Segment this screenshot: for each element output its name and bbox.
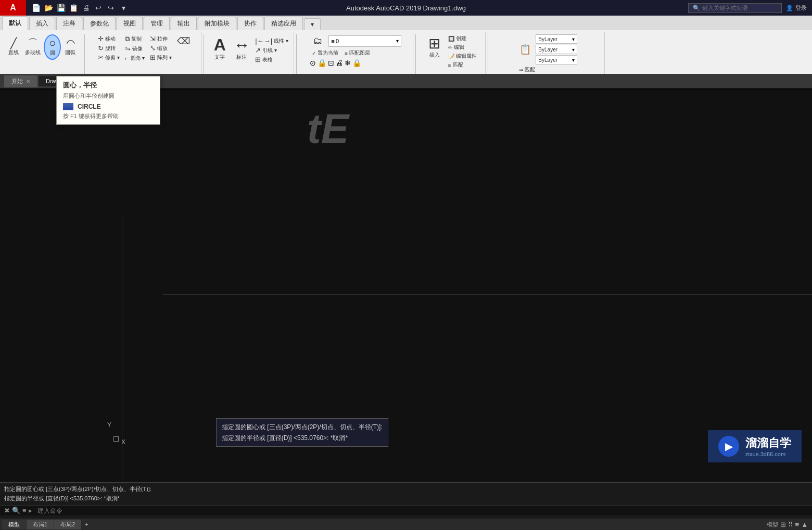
cmdline-output: 指定圆的圆心或 [三点(3P)/两点(2P)/切点、切点、半径(T)]: 指定圆… [0, 483, 812, 505]
array-button[interactable]: ⊞阵列 ▾ [148, 53, 174, 62]
cmdline-input-area[interactable]: ✖ 🔍 ≡ ▸ [0, 505, 812, 515]
circle-button[interactable]: ○ 圆 [44, 34, 61, 60]
matchprops-button[interactable]: ⇒匹配 [517, 66, 537, 74]
insert-block-button[interactable]: ⊞ 插入 [424, 34, 445, 61]
setcurrent-button[interactable]: ✓置为当前 [310, 49, 340, 57]
save-icon[interactable]: 💾 [55, 2, 67, 14]
tab-default[interactable]: 默认 [2, 16, 28, 30]
erase-button[interactable]: ⌫ [175, 34, 192, 48]
user-area: 👤 登录 [786, 4, 807, 12]
scale-button[interactable]: ⤡缩放 [148, 44, 174, 53]
canvas-dark[interactable]: tE Y X 指定圆的圆心或 [三点(3P)/两点(2P)/切点、切点、半径(T… [0, 89, 812, 499]
settings-icon[interactable]: ≡ [795, 521, 800, 528]
tab-collaborate[interactable]: 协作 [237, 17, 263, 30]
lineweight-dropdown[interactable]: ▾ [572, 57, 575, 63]
undo-icon[interactable]: ↩ [93, 2, 104, 14]
dropdown-icon[interactable]: ▾ [118, 2, 129, 14]
fillet-button[interactable]: ⌐圆角 ▾ [123, 54, 147, 62]
titlebar-right: 🔍 👤 登录 [688, 3, 812, 13]
add-layout-button[interactable]: + [82, 521, 91, 527]
layer-dropdown[interactable]: ■ 0 ▾ [328, 35, 401, 47]
table-icon: ⊞ [255, 56, 261, 63]
open-icon[interactable]: 📂 [43, 2, 54, 14]
tab-featured[interactable]: 精选应用 [264, 17, 303, 30]
props-button[interactable]: 📋 [517, 43, 534, 56]
bylayer-linetype[interactable]: ByLayer ▾ [536, 45, 577, 54]
layout2-tab[interactable]: 布局2 [54, 520, 81, 529]
tab-start-close[interactable]: ✕ [26, 79, 30, 84]
te-cursor-text: tE [307, 105, 349, 153]
tooltip-help: 按 F1 键获得更多帮助 [63, 112, 154, 120]
layer-btn1[interactable]: ⊙ [310, 59, 316, 67]
stretch-button[interactable]: ⇲拉伸 [148, 34, 174, 43]
crosshair-vertical [122, 212, 122, 499]
layer-props-button[interactable]: 🗂 [310, 34, 326, 47]
text-icon: A [214, 36, 226, 53]
linear-button[interactable]: |←→|线性 ▾ [253, 36, 290, 45]
cmd-line1: 指定圆的圆心或 [三点(3P)/两点(2P)/切点、切点、半径(T)]: [222, 422, 383, 432]
tab-start[interactable]: 开始 ✕ [4, 75, 37, 87]
edit-attr-button[interactable]: 📝编辑属性 [446, 52, 479, 60]
watermark-title: 溜溜自学 [745, 435, 791, 451]
tab-parametric[interactable]: 参数化 [83, 17, 116, 30]
tab-insert[interactable]: 插入 [29, 17, 55, 30]
layer-btn4[interactable]: 🖨 [336, 59, 343, 67]
tab-output[interactable]: 输出 [171, 17, 197, 30]
layer-btn5[interactable]: ❄ [345, 59, 351, 67]
table-button[interactable]: ⊞表格 [253, 55, 290, 64]
leader-button[interactable]: ↗引线 ▾ [253, 46, 290, 55]
view-icon[interactable]: ⠿ [788, 521, 793, 528]
tab-manage[interactable]: 管理 [144, 17, 170, 30]
layer-btn6[interactable]: 🔒 [352, 59, 361, 67]
rotate-button[interactable]: ↻旋转 [96, 44, 122, 53]
match-button[interactable]: ≡匹配 [446, 61, 479, 69]
mirror-button[interactable]: ⇋镜像 [123, 44, 147, 53]
command-input[interactable] [37, 507, 808, 514]
login-button[interactable]: 登录 [795, 4, 807, 12]
cmd-menu-icon[interactable]: ≡ [22, 507, 27, 514]
tab-view[interactable]: 视图 [117, 17, 143, 30]
tooltip-cmd-name: CIRCLE [78, 103, 101, 110]
bylayer-lineweight[interactable]: ByLayer ▾ [536, 55, 577, 64]
copy-button[interactable]: ⧉复制 [123, 34, 147, 44]
command-search[interactable]: 🔍 [688, 3, 782, 13]
trim-button[interactable]: ✂修剪 ▾ [96, 53, 122, 62]
matchlayer-icon: ≡ [345, 50, 348, 56]
linetype-dropdown[interactable]: ▾ [572, 47, 575, 53]
dim-button[interactable]: ↔ 标注 [231, 34, 252, 63]
create-block-button[interactable]: 🔲创建 [446, 34, 479, 43]
line-button[interactable]: ╱ 直线 [5, 34, 22, 60]
grid-icon[interactable]: ⊞ [780, 521, 786, 528]
text-button[interactable]: A 文字 [209, 34, 230, 63]
layout1-tab[interactable]: 布局1 [27, 520, 54, 529]
search-input[interactable] [702, 5, 777, 11]
cmd-cancel-icon[interactable]: ✖ [4, 507, 10, 514]
saveas-icon[interactable]: 📋 [68, 2, 79, 14]
tab-annotate[interactable]: 注释 [56, 17, 82, 30]
arc-button[interactable]: ◠ 圆弧 [62, 34, 79, 60]
layer-btn3[interactable]: ⊡ [328, 59, 334, 67]
tab-addons[interactable]: 附加模块 [198, 17, 236, 30]
print-icon[interactable]: 🖨 [80, 2, 92, 14]
app-logo[interactable]: A [0, 0, 26, 16]
layer-dropdown-arrow[interactable]: ▾ [396, 38, 399, 44]
new-icon[interactable]: 📄 [30, 2, 42, 14]
scroll-up-icon[interactable]: ▲ [801, 521, 808, 528]
cmd-messages-overlay: 指定圆的圆心或 [三点(3P)/两点(2P)/切点、切点、半径(T)]: 指定圆… [216, 418, 388, 447]
polyline-button[interactable]: ⌒ 多段线 [23, 34, 43, 60]
color-dropdown[interactable]: ▾ [572, 36, 575, 42]
model-tab[interactable]: 模型 [2, 520, 26, 529]
redo-icon[interactable]: ↪ [105, 2, 117, 14]
layer-btn2[interactable]: 🔒 [318, 59, 326, 67]
bylayer-color[interactable]: ByLayer ▾ [536, 34, 577, 44]
matchlayer-button[interactable]: ≡匹配图层 [342, 49, 372, 57]
titlebar: A 📄 📂 💾 📋 🖨 ↩ ↪ ▾ Autodesk AutoCAD 2019 … [0, 0, 812, 16]
window-title: Autodesk AutoCAD 2019 Drawing1.dwg [346, 4, 466, 12]
move-button[interactable]: ✛移动 [96, 34, 122, 43]
matchprops-icon: ⇒ [519, 67, 523, 73]
canvas-area[interactable]: tE Y X 指定圆的圆心或 [三点(3P)/两点(2P)/切点、切点、半径(T… [0, 89, 812, 499]
cmd-search-icon[interactable]: 🔍 [12, 507, 20, 514]
edit-block-button[interactable]: ✏编辑 [446, 43, 479, 51]
tab-more[interactable]: ▾ [304, 18, 321, 30]
cmd-arrow-icon[interactable]: ▸ [29, 507, 32, 514]
